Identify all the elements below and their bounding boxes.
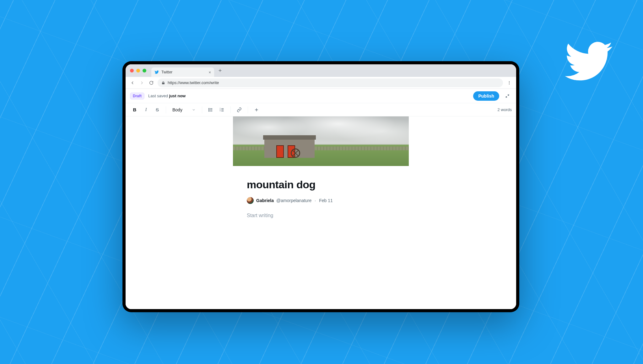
numbered-list-button[interactable]: 123 bbox=[217, 105, 227, 115]
byline: Gabriela @amorpelanature · Feb 11 bbox=[247, 197, 395, 204]
byline-separator: · bbox=[314, 198, 316, 203]
nav-forward-button[interactable] bbox=[139, 80, 145, 86]
strikethrough-button[interactable]: S bbox=[153, 105, 162, 115]
draft-badge: Draft bbox=[130, 93, 144, 99]
lock-icon bbox=[161, 81, 165, 85]
body-input[interactable]: Start writing bbox=[247, 213, 395, 218]
collapse-fullscreen-button[interactable] bbox=[503, 92, 512, 100]
nav-back-button[interactable] bbox=[129, 80, 136, 86]
insert-button[interactable] bbox=[252, 105, 261, 115]
svg-point-2 bbox=[509, 83, 510, 84]
browser-tab[interactable]: Twitter × bbox=[151, 67, 214, 77]
browser-window: Twitter × + https://www.twitter.com/writ… bbox=[126, 64, 516, 309]
toolbar-divider bbox=[248, 106, 248, 113]
author-name[interactable]: Gabriela bbox=[256, 198, 274, 203]
post-title[interactable]: mountain dog bbox=[247, 179, 395, 191]
text-style-dropdown[interactable]: Body bbox=[170, 106, 198, 114]
toolbar-divider bbox=[230, 106, 231, 113]
bullet-list-button[interactable] bbox=[206, 105, 215, 115]
window-controls bbox=[130, 69, 146, 72]
device-frame: Twitter × + https://www.twitter.com/writ… bbox=[122, 61, 519, 312]
last-saved-value: just now bbox=[169, 94, 186, 98]
text-style-label: Body bbox=[172, 107, 182, 112]
browser-menu-button[interactable] bbox=[506, 80, 512, 86]
toolbar-divider bbox=[166, 106, 166, 113]
window-zoom-button[interactable] bbox=[143, 69, 146, 72]
bold-button[interactable]: B bbox=[130, 105, 139, 115]
browser-tabstrip: Twitter × + bbox=[126, 64, 516, 77]
new-tab-button[interactable]: + bbox=[216, 67, 224, 75]
link-button[interactable] bbox=[235, 105, 244, 115]
svg-point-1 bbox=[509, 82, 510, 83]
svg-point-4 bbox=[209, 110, 209, 110]
address-bar[interactable]: https://www.twitter.com/write bbox=[158, 78, 503, 87]
url-text: https://www.twitter.com/write bbox=[168, 80, 219, 85]
tab-close-icon[interactable]: × bbox=[208, 70, 211, 74]
svg-point-0 bbox=[509, 81, 510, 82]
italic-button[interactable]: I bbox=[141, 105, 151, 115]
twitter-favicon-icon bbox=[154, 70, 159, 74]
author-avatar[interactable] bbox=[247, 197, 254, 204]
last-saved-prefix: Last saved bbox=[148, 94, 169, 98]
publish-button[interactable]: Publish bbox=[473, 91, 499, 101]
toolbar-divider bbox=[202, 106, 202, 113]
svg-point-5 bbox=[209, 111, 209, 111]
window-minimize-button[interactable] bbox=[136, 69, 140, 72]
editor-header: Draft Last saved just now Publish bbox=[126, 89, 516, 103]
svg-text:3: 3 bbox=[220, 110, 221, 112]
last-saved-label: Last saved just now bbox=[148, 94, 186, 98]
cover-image[interactable] bbox=[233, 116, 409, 166]
word-count: 2 words bbox=[497, 107, 512, 112]
window-close-button[interactable] bbox=[130, 69, 134, 72]
tab-title: Twitter bbox=[161, 70, 172, 74]
browser-toolbar: https://www.twitter.com/write bbox=[126, 77, 516, 89]
post-date: Feb 11 bbox=[319, 198, 333, 203]
format-toolbar: B I S Body 123 bbox=[126, 103, 516, 116]
nav-reload-button[interactable] bbox=[148, 80, 154, 86]
svg-point-3 bbox=[209, 108, 209, 109]
chevron-down-icon bbox=[192, 108, 196, 112]
twitter-bird-logo bbox=[563, 36, 613, 77]
author-handle[interactable]: @amorpelanature bbox=[276, 198, 311, 203]
editor-canvas: mountain dog Gabriela @amorpelanature · … bbox=[126, 116, 516, 309]
